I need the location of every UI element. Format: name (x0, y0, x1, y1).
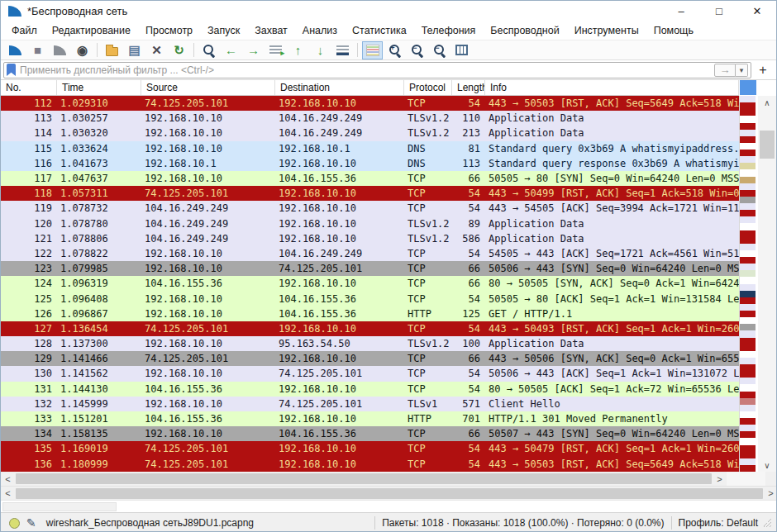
resize-grip[interactable] (763, 519, 771, 527)
packet-row[interactable]: 1241.096319104.16.155.36192.168.10.10TCP… (1, 276, 739, 291)
expert-info-icon[interactable] (9, 518, 20, 529)
save-file-button[interactable]: ▤ (124, 41, 145, 59)
capture-file-name[interactable]: wireshark_Беспроводная сетьJ89DU1.pcapng (46, 517, 254, 529)
profile-label[interactable]: Профиль: Default (679, 517, 759, 529)
packet-row[interactable]: 1131.030257192.168.10.10104.16.249.249TL… (1, 111, 739, 126)
menu-analyze[interactable]: Анализ (295, 25, 345, 36)
colorize-button[interactable] (362, 41, 383, 59)
filter-bookmark-icon[interactable] (7, 64, 16, 76)
packet-row[interactable]: 1291.14146674.125.205.101192.168.10.10TC… (1, 351, 739, 366)
packet-row[interactable]: 1181.05731174.125.205.101192.168.10.10TC… (1, 186, 739, 201)
go-back-button[interactable]: ← (221, 41, 241, 59)
apply-filter-button[interactable]: → (714, 64, 736, 77)
scroll-left-arrow-icon[interactable]: < (1, 472, 15, 486)
column-header-time[interactable]: Time (57, 80, 141, 95)
open-file-button[interactable] (102, 41, 122, 59)
go-last-button[interactable]: ↓ (310, 41, 331, 59)
packet-row[interactable]: 1221.078822192.168.10.10104.16.249.249TC… (1, 246, 739, 261)
packet-row[interactable]: 1261.096867192.168.10.10104.16.155.36HTT… (1, 306, 739, 321)
reload-file-button[interactable]: ↻ (169, 41, 189, 59)
packet-row[interactable]: 1231.079985192.168.10.1074.125.205.101TC… (1, 261, 739, 276)
statusbar-divider-2 (671, 516, 672, 530)
scroll-right-arrow-icon[interactable]: > (713, 472, 727, 486)
statusbar-divider (374, 516, 375, 530)
auto-scroll-button[interactable] (332, 41, 353, 59)
go-to-packet-button[interactable]: ▸ (265, 41, 286, 59)
packet-row[interactable]: 1271.13645474.125.205.101192.168.10.10TC… (1, 321, 739, 336)
packet-row[interactable]: 1361.18099974.125.205.101192.168.10.10TC… (1, 457, 739, 472)
packet-row[interactable]: 1141.030320192.168.10.10104.16.249.249TL… (1, 126, 739, 140)
packet-row[interactable]: 1161.041673192.168.10.1192.168.10.10DNS1… (1, 156, 739, 171)
capture-comment-icon[interactable]: ✎ (26, 516, 36, 530)
menu-edit[interactable]: Редактирование (45, 25, 138, 36)
resize-columns-button[interactable] (451, 41, 472, 59)
packet-row[interactable]: 1281.137300192.168.10.1095.163.54.50TLSv… (1, 336, 739, 351)
packet-row[interactable]: 1341.158135192.168.10.10104.16.155.36TCP… (1, 426, 739, 441)
add-filter-button[interactable]: + (755, 63, 771, 78)
vertical-scrollbar[interactable]: ∧ ∨ (758, 96, 776, 472)
horizontal-scrollbar-2[interactable]: < > (1, 486, 777, 500)
packet-row[interactable]: 1151.033624192.168.10.10192.168.10.1DNS8… (1, 141, 739, 156)
column-header-info[interactable]: Info (485, 80, 739, 95)
zoom-in-button[interactable]: + (384, 41, 405, 59)
find-packet-button[interactable] (198, 41, 219, 59)
column-header-source[interactable]: Source (141, 80, 275, 95)
packet-row[interactable]: 1311.144130104.16.155.36192.168.10.10TCP… (1, 382, 739, 397)
start-capture-button[interactable] (5, 41, 26, 59)
packet-row[interactable]: 1321.145999192.168.10.1074.125.205.101TL… (1, 397, 739, 411)
menu-view[interactable]: Просмотр (138, 25, 200, 36)
packet-row[interactable]: 1201.078780104.16.249.249192.168.10.10TL… (1, 216, 739, 231)
scroll-down-arrow-icon[interactable]: ∨ (758, 458, 776, 472)
display-filter-field[interactable]: → ▾ (3, 62, 751, 78)
cell-len: 54 (452, 457, 485, 472)
stop-capture-button[interactable]: ■ (27, 41, 48, 59)
column-header-protocol[interactable]: Protocol (404, 80, 452, 95)
menu-capture[interactable]: Захват (247, 25, 295, 36)
menu-help[interactable]: Помощь (646, 25, 701, 36)
zoom-100-button[interactable]: − (429, 41, 450, 59)
display-filter-input[interactable] (20, 64, 714, 76)
minimize-button[interactable]: – (662, 1, 700, 21)
menu-go[interactable]: Запуск (200, 25, 247, 36)
cell-len: 113 (452, 156, 485, 171)
close-file-button[interactable]: ✕ (146, 41, 167, 59)
column-header-destination[interactable]: Destination (275, 80, 404, 95)
packet-row[interactable]: 1171.047637192.168.10.10104.16.155.36TCP… (1, 171, 739, 186)
menu-telephony[interactable]: Телефония (414, 25, 484, 36)
scroll-right-arrow-icon-2[interactable]: > (764, 487, 777, 501)
column-header-length[interactable]: Length (452, 80, 485, 95)
scroll-left-arrow-icon-2[interactable]: < (1, 487, 15, 501)
horizontal-scroll-thumb-2[interactable] (16, 488, 763, 499)
menu-tools[interactable]: Инструменты (567, 25, 646, 36)
maximize-button[interactable]: □ (700, 1, 738, 21)
cell-info: GET / HTTP/1.1 (485, 306, 739, 321)
menu-wireless[interactable]: Беспроводной (483, 25, 566, 36)
filter-dropdown-caret[interactable]: ▾ (736, 64, 748, 77)
zoom-out-button[interactable]: − (407, 41, 427, 59)
column-header-no[interactable]: No. (1, 80, 57, 95)
cell-info: 443 → 50503 [RST, ACK] Seq=5649 Ack=518 … (485, 96, 739, 111)
packet-row[interactable]: 1211.078806104.16.249.249192.168.10.10TL… (1, 231, 739, 246)
packet-row[interactable]: 1251.096408192.168.10.10104.16.155.36TCP… (1, 291, 739, 306)
packet-row[interactable]: 1351.16901974.125.205.101192.168.10.10TC… (1, 441, 739, 456)
cell-proto: TCP (404, 441, 452, 456)
scroll-up-arrow-icon[interactable]: ∧ (758, 96, 776, 109)
horizontal-scrollbar-1[interactable]: < > (1, 472, 777, 486)
horizontal-scroll-thumb[interactable] (16, 473, 712, 484)
vertical-scroll-thumb[interactable] (760, 131, 775, 159)
menu-file[interactable]: Файл (4, 25, 45, 36)
packet-row[interactable]: 1191.078732104.16.249.249192.168.10.10TC… (1, 201, 739, 216)
packet-minimap[interactable] (739, 96, 756, 472)
go-first-button[interactable]: ↑ (288, 41, 308, 59)
packet-row[interactable]: 1301.141562192.168.10.1074.125.205.101TC… (1, 366, 739, 381)
packet-row[interactable]: 1121.02931074.125.205.101192.168.10.10TC… (1, 96, 739, 111)
menu-statistics[interactable]: Статистика (345, 25, 414, 36)
cell-len: 54 (452, 291, 485, 306)
close-button[interactable]: ✕ (738, 1, 776, 21)
cell-src: 74.125.205.101 (141, 351, 275, 366)
restart-capture-button[interactable] (50, 41, 70, 59)
capture-options-button[interactable]: ◉ (72, 41, 93, 59)
go-forward-button[interactable]: → (243, 41, 264, 59)
packet-row[interactable]: 1331.151201104.16.155.36192.168.10.10HTT… (1, 411, 739, 426)
save-file-icon: ▤ (128, 44, 140, 56)
